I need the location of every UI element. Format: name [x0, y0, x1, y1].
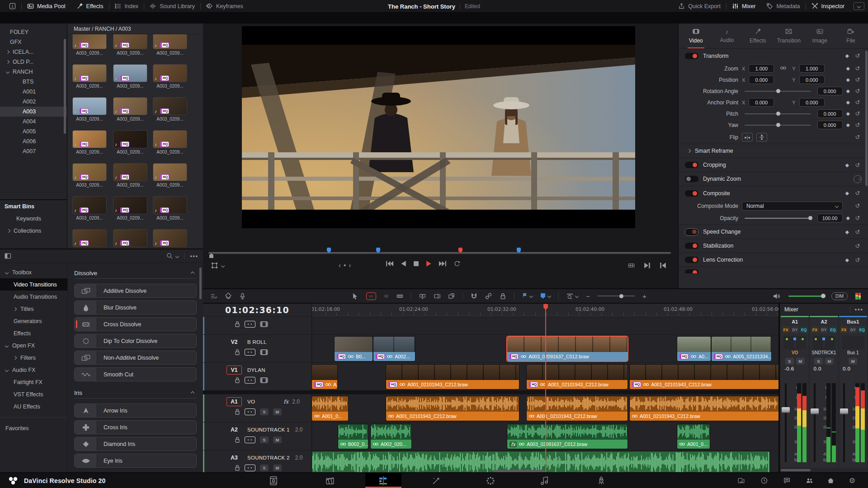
- mixer-strip-bus1[interactable]: Bus1 FXDYEQ Bus 1 M 0.0 05101520304050: [839, 316, 867, 468]
- rotation-input[interactable]: 0.000: [817, 87, 843, 95]
- transition-cross-dissolve[interactable]: Cross Dissolve: [74, 317, 197, 331]
- timeline-zoom-preset-button[interactable]: [566, 293, 578, 300]
- tab-image[interactable]: Image: [804, 23, 835, 48]
- workspace-pin-icon[interactable]: [4, 0, 21, 13]
- transition-blur-dissolve[interactable]: Blur Dissolve: [74, 300, 197, 314]
- mixer-button[interactable]: Mixer: [726, 0, 761, 13]
- panel-toggle-icon[interactable]: [5, 253, 11, 259]
- lock-icon[interactable]: [235, 321, 240, 328]
- page-media[interactable]: [261, 473, 286, 488]
- home-icon[interactable]: [823, 473, 838, 488]
- keyframe-icon[interactable]: ◆: [845, 53, 849, 59]
- media-clip[interactable]: ♪HQA003_0209...: [153, 163, 192, 188]
- timeline-clip-A001_02101943_C212.braw[interactable]: A001_02101943_C212.braw: [630, 396, 778, 421]
- speed-change-toggle[interactable]: [685, 228, 698, 236]
- tab-transition[interactable]: Transition: [774, 23, 805, 48]
- strip-solo-button[interactable]: S: [785, 358, 794, 365]
- go-to-start-button[interactable]: [386, 260, 393, 267]
- rotation-slider[interactable]: [745, 91, 811, 92]
- quick-export-button[interactable]: Quick Export: [673, 0, 726, 13]
- position-y-input[interactable]: 0.000: [799, 75, 825, 84]
- fx-nav-video-transitions[interactable]: Video Transitions: [0, 278, 67, 291]
- media-clip[interactable]: ♪HQA003_0209...: [72, 196, 111, 221]
- fx-nav-vst-effects[interactable]: VST Effects: [0, 388, 67, 400]
- reset-icon[interactable]: ↺: [854, 52, 862, 59]
- track-header-v2[interactable]: V2B ROLL ‹ ›: [203, 334, 311, 362]
- fader[interactable]: [843, 383, 845, 462]
- previous-edit-icon[interactable]: [660, 262, 666, 269]
- timeline-clip-A003_02091637_C012.braw[interactable]: fxA003_02091637_C012.braw: [507, 424, 627, 449]
- cropping-section[interactable]: Cropping ◆↺: [679, 158, 868, 172]
- mixer-strip-a1[interactable]: A1 FXDYEQ VO SM -0.6 05101520304050: [781, 316, 809, 468]
- fader[interactable]: [814, 383, 816, 462]
- media-clip[interactable]: ♪HQA003_0209...: [153, 64, 192, 89]
- page-fairlight[interactable]: [532, 473, 557, 488]
- iris-group-header[interactable]: Iris: [74, 388, 197, 399]
- render-status-icon[interactable]: [756, 473, 772, 488]
- media-clip[interactable]: ♪HQA003_0209...: [153, 130, 192, 155]
- media-clip[interactable]: ♪HQA003_0209...: [113, 130, 152, 155]
- selection-mode-icon[interactable]: [352, 293, 359, 300]
- zoom-out-button[interactable]: −: [586, 292, 590, 300]
- smart-reframe-section[interactable]: Smart Reframe: [679, 144, 868, 158]
- eq-button[interactable]: EQ: [800, 326, 808, 333]
- menu-index[interactable]: Index: [109, 0, 144, 13]
- stabilization-section[interactable]: Stabilization ◆↺: [679, 239, 868, 253]
- tab-audio[interactable]: ♪Audio: [712, 23, 743, 48]
- bin-item-A001[interactable]: A001: [0, 87, 67, 97]
- fx-nav-audio-fx[interactable]: Audio FX: [0, 364, 67, 376]
- match-frame-icon[interactable]: [628, 262, 635, 269]
- layout-presets-button[interactable]: [854, 2, 864, 10]
- timeline-clip-B0[interactable]: HQB0...: [335, 337, 373, 361]
- dynamic-zoom-toggle[interactable]: [685, 176, 698, 182]
- timeline-clip-A005_02101334[interactable]: HQA005_02101334...: [712, 337, 771, 361]
- fx-nav-au-effects[interactable]: AU Effects: [0, 400, 67, 413]
- transition-cross-iris[interactable]: Cross Iris: [74, 420, 197, 434]
- media-clip[interactable]: ♪HQA003_0209...: [113, 229, 152, 249]
- bin-item-FOLEY[interactable]: FOLEY: [0, 27, 67, 37]
- timeline-clip-A001_02101943_C212.braw[interactable]: HQA001_02101943_C212.braw: [386, 365, 519, 389]
- strip-mute-button[interactable]: M: [796, 358, 805, 365]
- media-clip[interactable]: ♪HQA003_0209...: [72, 163, 111, 188]
- transition-smooth-cut[interactable]: Smooth Cut: [74, 367, 197, 381]
- transition-non-additive-dissolve[interactable]: Non-Additive Dissolve: [74, 351, 197, 365]
- insert-clip-icon[interactable]: [419, 293, 426, 300]
- position-lock-icon[interactable]: [500, 293, 506, 300]
- tab-video[interactable]: Video: [680, 23, 712, 48]
- track-header-a2[interactable]: A2SOUNDTRACK 1 2.0 ‹ › S M: [203, 422, 311, 450]
- page-cut[interactable]: [317, 473, 343, 488]
- bin-item-A004[interactable]: A004: [0, 117, 67, 127]
- flag-button[interactable]: [522, 293, 533, 299]
- mixer-strip-a2[interactable]: A2 FXDYEQ SNDTRCK1 SM 0.0 05101520304050: [810, 316, 838, 468]
- cropping-toggle[interactable]: [685, 162, 698, 168]
- timeline-playhead[interactable]: [545, 304, 546, 472]
- media-clip[interactable]: ♪HQA003_0209...: [72, 130, 111, 155]
- timeline-clip-A001_0[interactable]: A001_0...: [677, 424, 710, 449]
- mute-button[interactable]: M: [273, 408, 282, 415]
- audio-monitor-speaker-icon[interactable]: [773, 293, 781, 300]
- dim-button[interactable]: DIM: [831, 292, 848, 300]
- media-clip[interactable]: ♪HQA003_0209...: [113, 163, 152, 188]
- bin-item-BTS[interactable]: BTS: [0, 77, 67, 87]
- trim-edit-mode-icon[interactable]: ‹|›: [366, 292, 376, 300]
- transition-diamond-iris[interactable]: Diamond Iris: [74, 437, 197, 451]
- pitch-slider[interactable]: [745, 113, 811, 114]
- media-clip[interactable]: ♪HQA003_0209...: [113, 34, 152, 56]
- anchor-x-input[interactable]: 0.000: [749, 98, 774, 107]
- opacity-input[interactable]: 100.00: [817, 214, 843, 222]
- timeline-clip-A[interactable]: HQA...: [312, 365, 337, 389]
- dissolve-group-header[interactable]: Dissolve: [74, 268, 197, 279]
- zoom-in-button[interactable]: +: [642, 292, 646, 300]
- voiceover-mic-icon[interactable]: [239, 293, 246, 300]
- timeline-clip-A001_02101943_C212.braw[interactable]: A001_02101943_C212.braw: [386, 396, 519, 421]
- pitch-input[interactable]: 0.000: [817, 109, 843, 118]
- media-clip[interactable]: ♪HQA003_0209...: [72, 64, 111, 89]
- snapping-magnet-icon[interactable]: [471, 293, 477, 300]
- dynamic-trim-mode-icon[interactable]: ‹|›: [384, 294, 389, 298]
- fx-nav-generators[interactable]: Generators: [0, 315, 67, 327]
- track-header-v3[interactable]: ‹ ›: [203, 316, 311, 334]
- effects-options-icon[interactable]: •••: [190, 253, 198, 259]
- remote-monitoring-icon[interactable]: [733, 473, 749, 488]
- fx-nav-toolbox[interactable]: Toolbox: [0, 266, 67, 278]
- bin-item-GFX[interactable]: GFX: [0, 37, 67, 47]
